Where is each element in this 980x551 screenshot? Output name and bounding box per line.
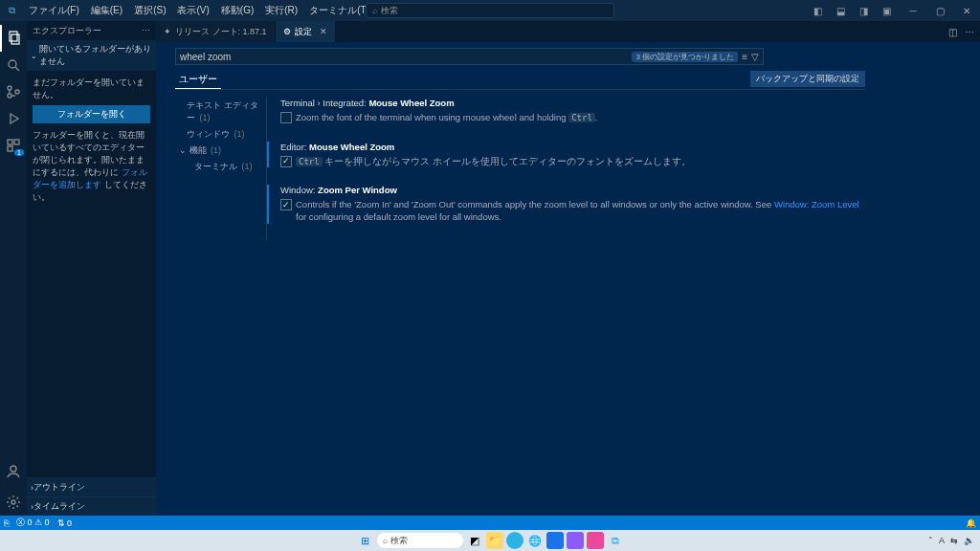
start-button[interactable]: ⊞ — [357, 532, 374, 549]
activity-settings-icon[interactable] — [0, 489, 27, 516]
window-minimize-icon[interactable]: ─ — [900, 6, 926, 16]
sync-settings-button[interactable]: バックアップと同期の設定 — [750, 71, 865, 87]
edge-icon[interactable] — [506, 532, 523, 549]
remote-indicator-icon[interactable]: ⎘ — [4, 518, 9, 528]
sidebar-more-icon[interactable]: ⋯ — [142, 26, 150, 35]
setting-terminal-mouse-wheel-zoom[interactable]: Terminal › Integrated: Mouse Wheel Zoom … — [280, 98, 865, 124]
layout-bottom-icon[interactable]: ⬓ — [831, 6, 850, 16]
activity-search-icon[interactable] — [0, 52, 27, 78]
menu-view[interactable]: 表示(V) — [171, 4, 214, 17]
menu-edit[interactable]: 編集(E) — [85, 4, 128, 17]
tab-label: リリース ノート: 1.87.1 — [175, 26, 267, 38]
activity-debug-icon[interactable] — [0, 105, 27, 132]
sidebar-section-folder[interactable]: ⌄ 開いているフォルダーがありません — [27, 40, 156, 71]
taskbar-search[interactable]: ⌕検索 — [377, 533, 463, 548]
activity-bar: 1 — [0, 21, 27, 516]
close-icon[interactable]: ✕ — [320, 27, 327, 36]
status-problems[interactable]: ⓧ 0 ⚠ 0 — [16, 517, 50, 529]
tray-volume-icon[interactable]: 🔈 — [964, 536, 974, 545]
setting-editor-mouse-wheel-zoom[interactable]: Editor: Mouse Wheel Zoom Ctrl キーを押しながらマウ… — [280, 142, 865, 168]
sidebar-outline[interactable]: ›アウトライン — [27, 477, 156, 496]
toc-features[interactable]: ⌄ 機能 (1) — [175, 143, 266, 159]
filter-icon[interactable]: ▽ — [751, 52, 759, 62]
clear-search-icon[interactable]: ≡ — [742, 52, 747, 62]
toc-text-editor[interactable]: テキスト エディター (1) — [175, 98, 266, 126]
tray-chevron-icon[interactable]: ˄ — [928, 536, 933, 545]
checkbox-checked[interactable] — [280, 156, 292, 167]
settings-search[interactable]: 3 個の設定が見つかりました ≡ ▽ — [175, 48, 764, 65]
more-actions-icon[interactable]: ⋯ — [965, 27, 974, 37]
menu-selection[interactable]: 選択(S) — [128, 4, 171, 17]
window-close-icon[interactable]: ✕ — [953, 6, 980, 16]
setting-window-zoom-per-window[interactable]: Window: Zoom Per Window Controls if the … — [280, 185, 865, 224]
toc-window[interactable]: ウィンドウ (1) — [175, 126, 266, 143]
scope-user-tab[interactable]: ユーザー — [175, 71, 221, 89]
chevron-down-icon: ⌄ — [31, 52, 37, 60]
kbd-ctrl: Ctrl — [296, 157, 323, 166]
activity-account-icon[interactable] — [0, 458, 27, 485]
split-editor-icon[interactable]: ◫ — [948, 27, 957, 37]
activity-scm-icon[interactable] — [0, 78, 27, 105]
svg-rect-8 — [8, 140, 12, 144]
setting-category: Editor: — [280, 142, 309, 152]
toc-terminal[interactable]: ターミナル (1) — [175, 159, 266, 175]
svg-line-3 — [15, 67, 19, 71]
tray-network-icon[interactable]: ⇆ — [950, 536, 958, 545]
settings-search-input[interactable] — [180, 52, 632, 62]
status-ports[interactable]: ⇅ 0 — [57, 518, 73, 528]
command-center[interactable]: ⌕ 検索 — [366, 3, 614, 18]
checkbox-checked[interactable] — [280, 199, 292, 210]
chevron-down-icon: ⌄ — [179, 145, 187, 155]
layout-customize-icon[interactable]: ▣ — [877, 6, 896, 16]
sidebar-timeline-label: タイムライン — [33, 500, 85, 513]
menu-terminal[interactable]: ターミナル(T) — [303, 4, 375, 17]
menu-go[interactable]: 移動(G) — [215, 4, 259, 17]
setting-description: Ctrl キーを押しながらマウス ホイールを使用してエディターのフォントをズーム… — [296, 155, 691, 168]
tab-settings[interactable]: ⚙ 設定 ✕ — [276, 21, 336, 42]
app-icon[interactable] — [587, 532, 604, 549]
vscode-taskbar-icon[interactable]: ⧉ — [607, 532, 624, 549]
activity-explorer-icon[interactable] — [0, 25, 27, 52]
task-view-icon[interactable]: ◩ — [466, 532, 483, 549]
explorer-icon[interactable]: 📁 — [486, 532, 503, 549]
modified-indicator — [267, 185, 269, 224]
activity-extensions-icon[interactable]: 1 — [0, 132, 27, 159]
setting-name: Zoom Per Window — [318, 185, 397, 195]
tray-ime-icon[interactable]: A — [939, 536, 945, 545]
window-zoom-level-link[interactable]: Window: Zoom Level — [774, 199, 859, 209]
modified-indicator — [267, 142, 269, 168]
setting-category: Window: — [280, 185, 318, 195]
menu-run[interactable]: 実行(R) — [259, 4, 303, 17]
window-maximize-icon[interactable]: ▢ — [926, 6, 953, 16]
settings-toc: テキスト エディター (1) ウィンドウ (1) ⌄ 機能 (1) ターミナル … — [175, 98, 266, 241]
setting-description: Controls if the 'Zoom In' and 'Zoom Out'… — [296, 198, 865, 224]
store-icon[interactable] — [546, 532, 564, 549]
svg-rect-0 — [10, 32, 17, 41]
status-bar: ⎘ ⓧ 0 ⚠ 0 ⇅ 0 🔔 — [0, 516, 980, 530]
tab-release-notes[interactable]: ✦ リリース ノート: 1.87.1 — [156, 21, 276, 42]
svg-rect-10 — [8, 146, 12, 151]
taskbar-search-label: 検索 — [390, 535, 408, 547]
settings-editor: 3 個の設定が見つかりました ≡ ▽ ユーザー バックアップと同期の設定 テキス… — [156, 42, 980, 516]
setting-description: Zoom the font of the terminal when using… — [296, 111, 598, 124]
setting-name: Mouse Wheel Zoom — [368, 98, 454, 108]
menu-file[interactable]: ファイル(F) — [23, 4, 85, 17]
svg-rect-9 — [14, 140, 19, 144]
system-tray[interactable]: ˄ A ⇆ 🔈 — [928, 536, 974, 545]
release-notes-icon: ✦ — [164, 27, 171, 36]
no-folder-text: まだフォルダーを開いていません。 — [33, 77, 150, 101]
layout-right-icon[interactable]: ◨ — [854, 6, 873, 16]
folder-hint: フォルダーを開くと、現在開いているすべてのエディターが閉じられます。開いたままに… — [33, 129, 150, 204]
layout-left-icon[interactable]: ◧ — [808, 6, 827, 16]
chrome-icon[interactable]: 🌐 — [526, 532, 544, 549]
windows-taskbar: ⊞ ⌕検索 ◩ 📁 🌐 ⧉ ˄ A ⇆ 🔈 — [0, 530, 980, 551]
sidebar-title: エクスプローラー — [33, 25, 101, 37]
checkbox[interactable] — [280, 112, 292, 123]
title-bar: ⧉ ファイル(F) 編集(E) 選択(S) 表示(V) 移動(G) 実行(R) … — [0, 0, 980, 21]
tab-label: 設定 — [295, 26, 312, 38]
open-folder-button[interactable]: フォルダーを開く — [33, 105, 150, 123]
notifications-icon[interactable]: 🔔 — [966, 518, 976, 528]
sidebar-timeline[interactable]: ›タイムライン — [27, 496, 156, 516]
app-icon[interactable] — [567, 532, 584, 549]
kbd-ctrl: Ctrl — [568, 113, 595, 122]
